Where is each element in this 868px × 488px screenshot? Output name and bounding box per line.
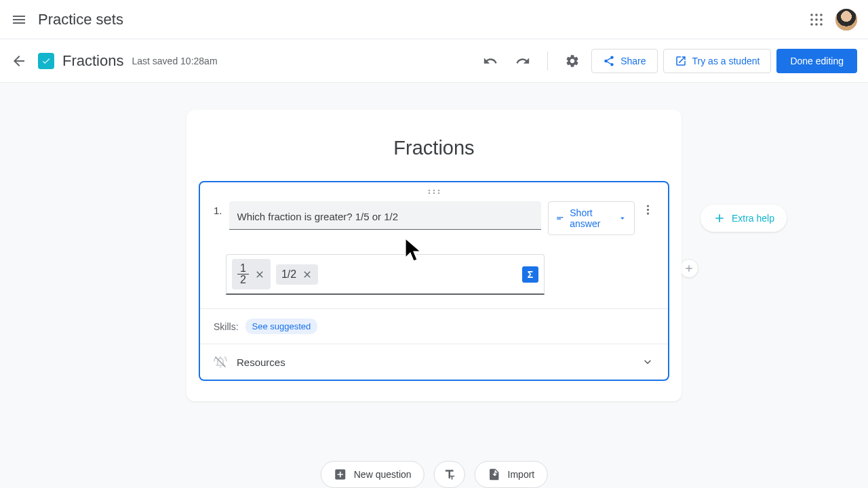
svg-point-7 — [815, 23, 818, 26]
try-student-label: Try as a student — [692, 56, 760, 66]
equation-editor-button[interactable]: Σ — [522, 266, 538, 283]
app-title: Practice sets — [38, 11, 123, 28]
new-question-button[interactable]: New question — [321, 461, 425, 488]
svg-point-9 — [429, 190, 430, 191]
svg-point-4 — [815, 18, 818, 21]
redo-button[interactable] — [509, 47, 536, 75]
bottom-toolbar: New question Import — [321, 450, 548, 488]
answer-chip-text: 1/2 — [276, 264, 318, 285]
drag-handle-icon[interactable] — [426, 188, 442, 196]
save-status: Last saved 10:28am — [132, 56, 217, 66]
settings-button[interactable] — [559, 47, 586, 75]
svg-point-6 — [810, 23, 813, 26]
svg-point-12 — [429, 192, 430, 194]
resources-label: Resources — [237, 357, 631, 368]
document-title[interactable]: Fractions — [62, 52, 123, 70]
answer-input[interactable]: 1 2 1/2 Σ — [226, 254, 545, 295]
svg-point-0 — [810, 14, 813, 16]
svg-point-13 — [433, 192, 435, 194]
svg-point-3 — [810, 18, 813, 21]
import-label: Import — [508, 469, 535, 480]
resources-row[interactable]: Resources — [200, 344, 668, 380]
svg-point-14 — [438, 192, 439, 194]
skills-row: Skills: See suggested — [200, 308, 668, 344]
chip-remove-icon[interactable] — [302, 269, 313, 280]
share-label: Share — [620, 56, 646, 66]
question-type-dropdown[interactable]: Short answer — [548, 201, 635, 235]
fraction-numerator: 1 — [237, 263, 249, 274]
svg-point-5 — [820, 18, 823, 21]
svg-point-1 — [815, 14, 818, 16]
svg-point-2 — [820, 14, 823, 16]
svg-point-17 — [647, 212, 649, 214]
question-type-label: Short answer — [570, 207, 612, 229]
extra-help-button[interactable]: Extra help — [701, 205, 787, 232]
svg-point-10 — [433, 190, 435, 191]
back-arrow-icon[interactable] — [11, 53, 27, 69]
chip-text: 1/2 — [281, 268, 296, 281]
add-question-circle[interactable] — [679, 259, 698, 278]
doc-badge-icon — [38, 53, 54, 69]
skills-label: Skills: — [214, 321, 239, 332]
fraction-denominator: 2 — [237, 274, 249, 285]
avatar[interactable] — [835, 9, 857, 30]
extra-help-label: Extra help — [732, 213, 774, 224]
practice-set-title[interactable]: Fractions — [186, 110, 682, 181]
done-editing-button[interactable]: Done editing — [776, 49, 857, 73]
document-bar: Fractions Last saved 10:28am Share Try a… — [0, 39, 868, 83]
svg-point-8 — [820, 23, 823, 26]
separator — [547, 52, 548, 70]
svg-point-11 — [438, 190, 439, 191]
svg-point-16 — [647, 208, 649, 210]
undo-button[interactable] — [477, 47, 504, 75]
chevron-down-icon — [641, 355, 654, 369]
share-button[interactable]: Share — [591, 49, 657, 73]
menu-icon[interactable] — [11, 12, 27, 28]
new-question-label: New question — [354, 469, 412, 480]
practice-set-card: Fractions 1. Short answer — [186, 110, 682, 401]
import-button[interactable]: Import — [475, 461, 548, 488]
try-as-student-button[interactable]: Try as a student — [663, 49, 772, 73]
more-options-icon[interactable] — [642, 201, 654, 218]
question-text-input[interactable] — [229, 201, 541, 230]
question-number: 1. — [214, 201, 222, 216]
caret-down-icon — [618, 212, 627, 224]
answer-chip-fraction: 1 2 — [232, 259, 271, 289]
chip-remove-icon[interactable] — [254, 269, 265, 280]
see-suggested-chip[interactable]: See suggested — [245, 319, 318, 334]
resources-icon — [214, 355, 227, 369]
top-bar: Practice sets — [0, 0, 868, 39]
question-card: 1. Short answer — [199, 181, 669, 381]
editor-canvas: Extra help Fractions 1. Short answer — [0, 83, 868, 488]
apps-grid-icon[interactable] — [808, 12, 825, 28]
svg-point-15 — [647, 205, 649, 207]
text-format-button[interactable] — [434, 461, 465, 488]
